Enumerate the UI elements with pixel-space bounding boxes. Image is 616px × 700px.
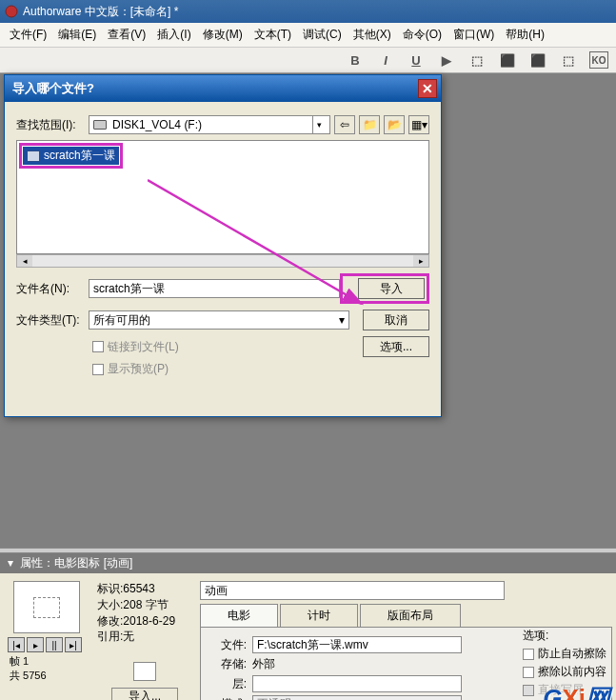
cancel-button[interactable]: 取消: [363, 310, 429, 330]
highlight-annotation-file: scratch第一课: [19, 143, 123, 169]
preview-thumbnail: [13, 581, 80, 633]
menu-modify[interactable]: 修改(M): [197, 25, 248, 45]
id-value: 65543: [123, 582, 154, 595]
menu-other[interactable]: 其他(X): [348, 25, 397, 45]
toolbar-bold[interactable]: B: [346, 51, 365, 69]
filetype-value: 所有可用的: [93, 312, 150, 329]
back-button[interactable]: ⇦: [334, 115, 355, 134]
total-label: 共 5756: [10, 670, 47, 681]
import-button[interactable]: 导入: [358, 278, 425, 299]
tab-movie[interactable]: 电影: [200, 604, 278, 627]
link-checkbox[interactable]: [92, 341, 104, 352]
rewind-button[interactable]: |◂: [8, 637, 25, 652]
chevron-down-icon: ▾: [339, 313, 345, 327]
toolbar-icon-6[interactable]: ⬛: [498, 51, 517, 69]
file-list[interactable]: scratch第一课: [16, 140, 429, 254]
up-folder-button[interactable]: 📁: [359, 115, 380, 134]
frame-label: 帧 1: [10, 655, 29, 667]
preview-checkbox-label: 显示预览(P): [108, 361, 169, 377]
chevron-down-icon: ▾: [312, 116, 326, 133]
layer-input[interactable]: [252, 675, 462, 692]
ref-value: 无: [123, 630, 134, 643]
menu-help[interactable]: 帮助(H): [500, 25, 550, 45]
toolbar-italic[interactable]: I: [376, 51, 395, 69]
size-value: 208 字节: [123, 598, 168, 611]
opt1-checkbox[interactable]: [523, 649, 534, 660]
watermark: GXi网: [543, 682, 610, 700]
properties-panel: |◂ ▸ || ▸| 帧 1 共 5756 标识:65543 大小:208 字节…: [0, 573, 616, 700]
tab-layout[interactable]: 版面布局: [360, 604, 461, 627]
file-path-input[interactable]: [252, 636, 462, 653]
svg-point-0: [6, 6, 17, 17]
lookin-label: 查找范围(I):: [16, 117, 89, 133]
workspace: 导入哪个文件? ✕ 查找范围(I): DISK1_VOL4 (F:) ▾ ⇦ 📁…: [0, 73, 616, 548]
toolbar-ko-icon[interactable]: KO: [589, 51, 608, 69]
menu-debug[interactable]: 调试(C): [297, 25, 348, 45]
movie-name-input[interactable]: [200, 581, 505, 600]
opt2-checkbox[interactable]: [523, 667, 534, 678]
link-checkbox-row: 链接到文件(L) 选项...: [92, 336, 429, 357]
file-item-label: scratch第一课: [44, 148, 115, 164]
dialog-titlebar: 导入哪个文件? ✕: [5, 75, 441, 102]
options-button[interactable]: 选项...: [363, 336, 429, 357]
preview-checkbox-row: 显示预览(P): [92, 361, 429, 377]
opt3-checkbox: [523, 685, 534, 696]
preview-checkbox[interactable]: [92, 364, 104, 375]
import-dialog: 导入哪个文件? ✕ 查找范围(I): DISK1_VOL4 (F:) ▾ ⇦ 📁…: [4, 74, 442, 417]
menu-file[interactable]: 文件(F): [4, 25, 52, 45]
app-titlebar: Authorware 中文版：[未命名] *: [0, 0, 616, 23]
drive-text: DISK1_VOL4 (F:): [112, 118, 202, 131]
icon-preview: [133, 662, 156, 681]
filetype-label: 文件类型(T):: [16, 312, 89, 329]
ffwd-button[interactable]: ▸|: [65, 637, 82, 652]
app-title: Authorware 中文版：[未命名] *: [23, 4, 178, 20]
toolbar-icon-5[interactable]: ⬚: [467, 51, 487, 69]
toolbar: B I U ▶ ⬚ ⬛ ⬛ ⬚ KO: [0, 48, 616, 73]
highlight-annotation-button: 导入: [340, 273, 429, 304]
scroll-right-icon[interactable]: ▸: [413, 255, 428, 267]
file-icon: [27, 150, 40, 162]
drive-icon: [93, 120, 107, 130]
menu-command[interactable]: 命令(O): [397, 25, 447, 45]
menubar: 文件(F) 编辑(E) 查看(V) 插入(I) 修改(M) 文本(T) 调试(C…: [0, 23, 616, 48]
filetype-dropdown[interactable]: 所有可用的 ▾: [89, 310, 349, 330]
toolbar-underline[interactable]: U: [407, 51, 426, 69]
toolbar-icon-7[interactable]: ⬛: [528, 51, 547, 69]
play-button[interactable]: ▸: [27, 637, 44, 652]
lookin-dropdown[interactable]: DISK1_VOL4 (F:) ▾: [89, 115, 330, 134]
menu-insert[interactable]: 插入(I): [151, 25, 196, 45]
new-folder-button[interactable]: 📂: [384, 115, 405, 134]
menu-view[interactable]: 查看(V): [102, 25, 151, 45]
menu-window[interactable]: 窗口(W): [447, 25, 500, 45]
file-list-scrollbar[interactable]: ◂ ▸: [16, 254, 429, 268]
app-icon: [4, 4, 19, 19]
tab-timing[interactable]: 计时: [280, 604, 358, 627]
filename-input[interactable]: [89, 279, 340, 298]
pause-button[interactable]: ||: [46, 637, 63, 652]
scroll-left-icon[interactable]: ◂: [17, 255, 32, 267]
properties-panel-title: ▾ 属性：电影图标 [动画]: [0, 553, 616, 573]
close-icon[interactable]: ✕: [418, 79, 437, 98]
menu-edit[interactable]: 编辑(E): [52, 25, 102, 45]
mode-dropdown[interactable]: 不透明 ▾: [252, 695, 462, 700]
link-checkbox-label: 链接到文件(L): [108, 339, 179, 355]
view-menu-button[interactable]: ▦▾: [408, 115, 429, 134]
toolbar-play-icon[interactable]: ▶: [437, 51, 456, 69]
menu-text[interactable]: 文本(T): [248, 25, 297, 45]
prop-import-button[interactable]: 导入...: [111, 688, 178, 700]
toolbar-icon-8[interactable]: ⬚: [559, 51, 578, 69]
dialog-title-text: 导入哪个文件?: [12, 80, 94, 97]
file-item[interactable]: scratch第一课: [23, 147, 119, 165]
filename-label: 文件名(N):: [16, 281, 89, 297]
mod-value: 2018-6-29: [123, 614, 175, 628]
